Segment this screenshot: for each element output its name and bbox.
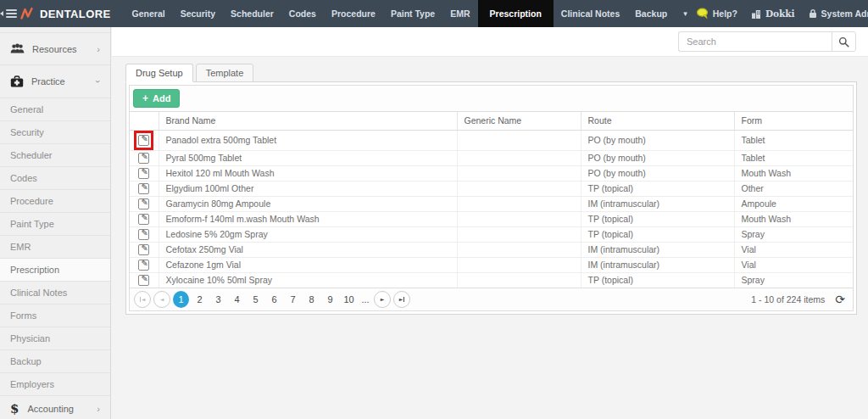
nav-item-backup[interactable]: Backup xyxy=(627,0,675,27)
nav-more-dropdown[interactable]: ▾ xyxy=(675,0,696,27)
edit-cell: ✎ xyxy=(130,165,159,181)
nav-item-emr[interactable]: EMR xyxy=(442,0,477,27)
sidebar-item-codes[interactable]: Codes xyxy=(0,167,110,190)
nav-item-procedure[interactable]: Procedure xyxy=(324,0,383,27)
brand-cell: Ledosine 5% 20gm Spray xyxy=(159,226,457,242)
brand-cell: Cefazone 1gm Vial xyxy=(159,257,457,272)
page-button-4[interactable]: 4 xyxy=(229,291,245,308)
add-button-label: Add xyxy=(153,93,170,103)
pager-info-text: 1 - 10 of 224 items xyxy=(751,294,825,304)
plus-icon: + xyxy=(142,92,148,104)
top-strip xyxy=(112,27,868,57)
sidebar-item-emr[interactable]: EMR xyxy=(0,236,110,259)
nav-item-prescription[interactable]: Prescription xyxy=(478,0,554,27)
top-navbar: DENTALORE General Security Scheduler Cod… xyxy=(0,0,868,27)
sidebar-item-employers[interactable]: Employers xyxy=(0,373,110,396)
previous-page-button[interactable]: ◄ xyxy=(153,291,170,308)
page-button-7[interactable]: 7 xyxy=(285,291,301,308)
page-button-5[interactable]: 5 xyxy=(248,291,264,308)
form-cell: Mouth Wash xyxy=(734,211,853,226)
people-icon xyxy=(10,43,25,54)
user-name: System Administrator xyxy=(821,8,868,19)
brand-cell: Elgydium 100ml Other xyxy=(159,181,457,196)
grid-toolbar: + Add xyxy=(130,86,853,112)
help-label: Help? xyxy=(713,8,737,19)
sidebar-group-practice[interactable]: Practice › xyxy=(0,65,110,98)
page-button-9[interactable]: 9 xyxy=(322,291,338,308)
sidebar-item-clinical-notes[interactable]: Clinical Notes xyxy=(0,282,110,304)
first-page-button[interactable]: ◄ xyxy=(134,291,151,308)
edit-icon[interactable]: ✎ xyxy=(138,153,149,164)
add-button[interactable]: + Add xyxy=(133,89,180,108)
nav-item-codes[interactable]: Codes xyxy=(281,0,324,27)
edit-icon[interactable]: ✎ xyxy=(138,183,149,194)
tab-drug-setup[interactable]: Drug Setup xyxy=(125,64,193,82)
sidebar-collapse-icon[interactable] xyxy=(0,0,17,27)
nav-item-clinical-notes[interactable]: Clinical Notes xyxy=(554,0,627,27)
tab-content: + Add Brand Name Generic Name Route Form xyxy=(125,81,857,315)
sidebar-group-resources[interactable]: Resources › xyxy=(0,32,110,65)
page-button-3[interactable]: 3 xyxy=(210,291,226,308)
dollar-icon: $ xyxy=(10,401,19,416)
user-menu[interactable]: System Administrator ▾ xyxy=(809,8,868,19)
table-header-row: Brand Name Generic Name Route Form xyxy=(130,112,853,130)
brand-cell: Emoform-f 140ml m.wash Mouth Wash xyxy=(159,211,457,226)
sidebar-item-paint-type[interactable]: Paint Type xyxy=(0,213,110,236)
route-header[interactable]: Route xyxy=(581,112,734,130)
route-cell: PO (by mouth) xyxy=(581,150,734,165)
sidebar-item-physician[interactable]: Physician xyxy=(0,327,110,350)
route-cell: TP (topical) xyxy=(581,272,734,288)
generic-cell xyxy=(457,150,581,165)
brand-cell: Xylocaine 10% 50ml Spray xyxy=(159,272,457,288)
route-cell: PO (by mouth) xyxy=(581,130,734,150)
sidebar-item-prescription[interactable]: Prescription xyxy=(0,259,110,282)
search-input[interactable] xyxy=(678,31,832,52)
sidebar-group-accounting[interactable]: $ Accounting › xyxy=(0,396,110,419)
sidebar-item-scheduler[interactable]: Scheduler xyxy=(0,144,110,167)
edit-icon[interactable]: ✎ xyxy=(138,198,149,210)
edit-icon[interactable]: ✎ xyxy=(138,229,149,240)
route-cell: IM (intramuscular) xyxy=(581,242,734,257)
edit-cell: ✎ xyxy=(130,272,159,288)
form-cell: Ampoule xyxy=(734,196,853,211)
help-button[interactable]: Help? xyxy=(696,8,737,20)
next-page-button[interactable]: ► xyxy=(374,291,391,308)
nav-item-scheduler[interactable]: Scheduler xyxy=(223,0,281,27)
sidebar-item-forms[interactable]: Forms xyxy=(0,304,110,327)
form-cell: Spray xyxy=(734,272,853,288)
page-ellipsis[interactable]: ... xyxy=(359,294,371,304)
edit-icon[interactable]: ✎ xyxy=(138,275,149,286)
form-header[interactable]: Form xyxy=(734,112,853,130)
search-button[interactable] xyxy=(832,31,856,52)
page-button-2[interactable]: 2 xyxy=(192,291,208,308)
refresh-icon[interactable]: ⟳ xyxy=(835,293,845,305)
last-page-button[interactable]: ► xyxy=(393,291,410,308)
brand-cell: Garamycin 80mg Ampoule xyxy=(159,196,457,211)
edit-icon[interactable]: ✎ xyxy=(138,135,149,146)
tab-template[interactable]: Template xyxy=(196,64,254,82)
edit-icon[interactable]: ✎ xyxy=(138,168,149,179)
page-button-1[interactable]: 1 xyxy=(173,291,189,308)
nav-item-paint-type[interactable]: Paint Type xyxy=(383,0,442,27)
table-row: ✎ Emoform-f 140ml m.wash Mouth Wash TP (… xyxy=(130,211,853,226)
sidebar-item-security[interactable]: Security xyxy=(0,121,110,144)
brand-logo[interactable]: DENTALORE xyxy=(17,0,125,27)
brand-name-header[interactable]: Brand Name xyxy=(159,112,457,130)
page-button-6[interactable]: 6 xyxy=(266,291,282,308)
edit-cell: ✎ xyxy=(130,211,159,226)
nav-item-general[interactable]: General xyxy=(125,0,173,27)
clinic-selector[interactable]: Dokki xyxy=(751,8,795,19)
page-button-8[interactable]: 8 xyxy=(303,291,320,308)
sidebar-item-procedure[interactable]: Procedure xyxy=(0,190,110,213)
edit-icon[interactable]: ✎ xyxy=(138,260,149,271)
sidebar-item-general[interactable]: General xyxy=(0,98,110,121)
generic-name-header[interactable]: Generic Name xyxy=(457,112,581,130)
edit-icon[interactable]: ✎ xyxy=(138,214,149,225)
nav-item-security[interactable]: Security xyxy=(173,0,223,27)
edit-cell: ✎ xyxy=(130,242,159,257)
sidebar-item-backup[interactable]: Backup xyxy=(0,350,110,373)
edit-icon[interactable]: ✎ xyxy=(138,244,149,255)
page-button-10[interactable]: 10 xyxy=(341,291,357,308)
table-row: ✎ Pyral 500mg Tablet PO (by mouth) Table… xyxy=(130,150,853,165)
chevron-right-icon: › xyxy=(97,404,100,414)
